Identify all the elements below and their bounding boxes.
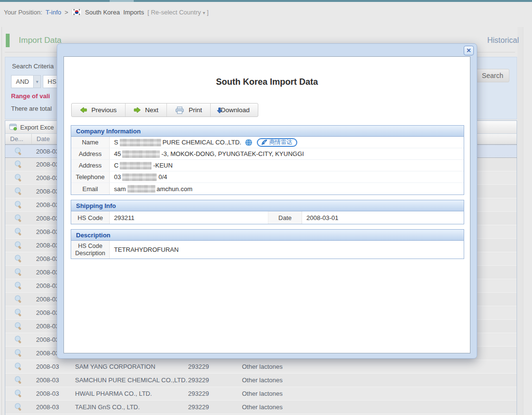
magnifier-icon[interactable] <box>14 214 23 223</box>
import-detail-modal: ✕ South Korea Import Data Previous Next <box>57 43 477 359</box>
chevron-down-icon: ▾ <box>33 76 40 88</box>
magnifier-icon[interactable] <box>14 362 23 371</box>
breadcrumb-separator: > <box>64 9 68 16</box>
shipping-row: HS Code 293211 Date 2008-03-01 <box>71 211 464 224</box>
modal-body: South Korea Import Data Previous Next <box>63 56 470 353</box>
hs-code-value: 293211 <box>110 211 268 224</box>
magnifier-icon[interactable] <box>14 187 23 196</box>
magnifier-icon[interactable] <box>14 281 23 290</box>
detail-cell <box>5 281 31 290</box>
company-email-row: Email sam amchun.com <box>71 183 464 195</box>
detail-cell <box>5 254 31 263</box>
redacted-blur <box>122 173 157 181</box>
magnifier-icon[interactable] <box>14 349 23 358</box>
reselect-text: [ Re-select Country <box>147 9 201 16</box>
logic-select-value: AND <box>12 78 33 85</box>
column-header-detail[interactable]: De... <box>5 135 31 143</box>
title-accent-bar <box>6 34 10 47</box>
magnifier-icon[interactable] <box>14 308 23 317</box>
company-name-row: Name S PURE CHEMICAL CO.,LTD. <box>71 137 464 148</box>
redacted-blur <box>122 150 160 158</box>
table-row[interactable]: 2008-03 SAM YANG CORPORATION 293229 Othe… <box>5 360 517 374</box>
magnifier-icon[interactable] <box>14 402 23 412</box>
name-suffix: PURE CHEMICAL CO.,LTD. <box>163 139 241 146</box>
redacted-blur <box>120 139 161 146</box>
telephone-prefix: 03 <box>114 173 121 181</box>
magnifier-icon[interactable] <box>14 160 23 169</box>
detail-cell <box>5 322 31 331</box>
magnifier-icon[interactable] <box>14 389 23 398</box>
desc-label-line2: Description <box>75 250 105 257</box>
next-label: Next <box>145 106 159 114</box>
address2-suffix: -KEUN <box>153 162 172 169</box>
business-radar-badge[interactable]: 商情雷达 <box>257 138 297 147</box>
search-button[interactable]: Search <box>476 69 509 82</box>
magnifier-icon[interactable] <box>14 268 23 277</box>
magnifier-icon[interactable] <box>14 335 23 344</box>
email-suffix: amchun.com <box>157 185 192 193</box>
cell-company: SAMCHUN PURE CHEMICAL CO.,LTD. <box>75 376 188 384</box>
desc-label-line1: HS Code <box>78 243 102 249</box>
telephone-value: 03 0/4 <box>110 171 464 182</box>
company-address1-row: Address 45 -3, MOKOK-DONG, PYUNGTAEK-CIT… <box>71 148 464 160</box>
previous-button[interactable]: Previous <box>72 104 126 117</box>
address1-value: 45 -3, MOKOK-DONG, PYUNGTAEK-CITY, KYUNG… <box>110 148 464 159</box>
detail-cell <box>5 295 31 304</box>
table-row[interactable]: 2008-03 SAMCHUN PURE CHEMICAL CO.,LTD. 2… <box>5 374 517 387</box>
detail-cell <box>5 241 31 250</box>
export-excel-button[interactable]: Export Exce <box>20 124 54 131</box>
print-button[interactable]: Print <box>167 104 211 117</box>
breadcrumb-section: Imports <box>123 9 144 16</box>
search-criteria-label: Search Criteria <box>12 63 54 70</box>
modal-title: South Korea Import Data <box>64 77 470 87</box>
magnifier-icon[interactable] <box>14 227 23 236</box>
previous-label: Previous <box>91 106 117 114</box>
telephone-label: Telephone <box>71 171 110 182</box>
tinfo-link[interactable]: T-info <box>46 9 62 16</box>
cell-hs: 293229 <box>188 390 242 397</box>
shipping-info-section: Shipping Info HS Code 293211 Date 2008-0… <box>71 200 464 224</box>
detail-cell <box>5 362 31 371</box>
next-button[interactable]: Next <box>126 104 167 117</box>
company-telephone-row: Telephone 03 0/4 <box>71 171 464 183</box>
cell-company: HWAIL PHARMA CO., LTD. <box>75 390 188 397</box>
magnifier-icon[interactable] <box>14 295 23 304</box>
detail-cell <box>5 335 31 344</box>
cell-company: TAEJIN GnS CO., LTD. <box>75 403 188 411</box>
globe-icon[interactable] <box>245 139 253 146</box>
address2-prefix: C <box>114 162 118 169</box>
cell-desc: Other lactones <box>242 390 517 397</box>
export-excel-icon <box>9 124 17 130</box>
reselect-country-link[interactable]: [ Re-select Country ▾ ] <box>147 9 208 16</box>
magnifier-icon[interactable] <box>14 376 23 385</box>
magnifier-icon[interactable] <box>14 322 23 331</box>
cell-hs: 293229 <box>188 376 242 384</box>
cell-desc: Other lactones <box>242 363 517 370</box>
cell-date: 2008-03 <box>31 363 75 370</box>
address1-suffix: -3, MOKOK-DONG, PYUNGTAEK-CITY, KYUNGGI <box>161 150 304 157</box>
magnifier-icon[interactable] <box>14 147 23 156</box>
cell-desc: Other lactones <box>242 376 517 384</box>
redacted-blur <box>127 185 155 193</box>
detail-cell <box>5 227 31 236</box>
hs-code-label: HS Code <box>71 211 110 224</box>
telephone-suffix: 0/4 <box>158 173 167 181</box>
magnifier-icon[interactable] <box>14 200 23 209</box>
detail-cell <box>5 200 31 209</box>
table-row[interactable]: 2008-03 HWAIL PHARMA CO., LTD. 293229 Ot… <box>5 387 517 401</box>
close-icon[interactable]: ✕ <box>464 46 474 55</box>
magnifier-icon[interactable] <box>14 241 23 250</box>
table-row[interactable]: 2008-03 TAEJIN GnS CO., LTD. 293229 Othe… <box>5 401 517 414</box>
cell-hs: 293229 <box>188 403 242 411</box>
radar-badge-label: 商情雷达 <box>269 138 292 146</box>
historical-link[interactable]: Historical <box>487 36 519 45</box>
magnifier-icon[interactable] <box>14 254 23 263</box>
chevron-down-icon: ▾ <box>203 10 205 15</box>
email-value: sam amchun.com <box>110 183 464 195</box>
cell-date: 2008-03 <box>31 376 75 384</box>
logic-select[interactable]: AND ▾ <box>11 75 41 88</box>
modal-sections: Company Information Name S PURE CHEMICAL… <box>71 125 464 264</box>
email-prefix: sam <box>114 185 126 193</box>
download-button[interactable]: Download <box>211 104 258 117</box>
magnifier-icon[interactable] <box>14 173 23 182</box>
